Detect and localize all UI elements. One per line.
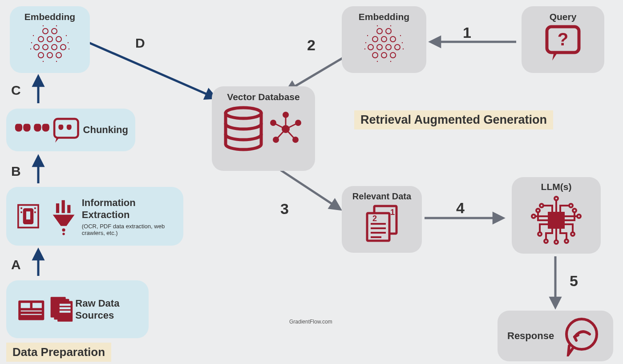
svg-point-77 — [390, 53, 396, 58]
svg-point-17 — [61, 44, 66, 50]
svg-point-79 — [365, 42, 366, 43]
svg-point-19 — [47, 53, 53, 58]
node-llms-label: LLM(s) — [541, 182, 572, 192]
chunking-icon — [13, 114, 83, 146]
step-label-D: D — [135, 36, 145, 51]
svg-point-76 — [381, 53, 387, 58]
svg-point-80 — [364, 49, 365, 49]
svg-text:2: 2 — [372, 214, 377, 223]
node-embedding-left: Embedding — [10, 6, 90, 73]
svg-text:1: 1 — [390, 208, 395, 217]
svg-rect-31 — [54, 119, 78, 138]
section-data-prep: Data Preparation — [6, 343, 111, 362]
svg-point-87 — [390, 61, 391, 62]
svg-point-85 — [390, 25, 391, 26]
node-response-label: Response — [507, 330, 554, 342]
node-embedding-left-label: Embedding — [24, 12, 75, 22]
svg-point-111 — [566, 319, 597, 349]
svg-point-54 — [226, 108, 261, 118]
section-rag: Retrieval Augmented Generation — [354, 110, 553, 129]
svg-point-103 — [538, 232, 542, 236]
step-label-B: B — [11, 164, 21, 179]
node-llms: LLM(s) — [512, 177, 601, 254]
node-response: Response — [498, 311, 613, 361]
svg-point-71 — [368, 44, 373, 50]
svg-point-23 — [30, 49, 31, 49]
step-label-C: C — [11, 83, 21, 98]
svg-rect-98 — [549, 213, 564, 228]
step-label-2: 2 — [307, 36, 316, 54]
svg-point-14 — [34, 44, 39, 50]
svg-rect-45 — [32, 303, 42, 309]
node-embedding-right: Embedding — [342, 6, 426, 73]
svg-point-42 — [62, 233, 65, 235]
relevant-data-icon: 1 2 — [357, 202, 406, 244]
embedding-icon — [360, 22, 409, 65]
svg-text:?: ? — [558, 29, 568, 49]
svg-point-110 — [573, 209, 576, 212]
chip-icon — [523, 192, 590, 248]
svg-line-3 — [89, 43, 215, 98]
node-relevant-data: Relevant Data 1 2 — [342, 186, 422, 253]
query-icon: ? — [541, 22, 585, 65]
svg-point-13 — [56, 36, 61, 42]
step-label-A: A — [11, 257, 21, 272]
node-vector-db-label: Vector Database — [227, 92, 299, 102]
svg-rect-38 — [56, 203, 59, 213]
svg-point-10 — [52, 28, 57, 34]
svg-rect-47 — [20, 313, 42, 315]
svg-point-15 — [43, 44, 48, 50]
svg-point-72 — [377, 44, 382, 50]
svg-line-64 — [276, 129, 286, 140]
node-chunking: Chunking — [6, 109, 135, 151]
svg-point-26 — [69, 49, 69, 49]
response-icon — [559, 315, 604, 356]
svg-line-63 — [286, 129, 295, 140]
svg-point-104 — [577, 214, 581, 218]
step-label-3: 3 — [280, 200, 289, 218]
node-raw-data-label: Raw Data Sources — [75, 297, 142, 322]
svg-point-86 — [377, 61, 378, 62]
svg-point-67 — [386, 28, 391, 34]
svg-point-25 — [68, 42, 69, 43]
svg-point-12 — [47, 36, 53, 42]
svg-point-78 — [367, 35, 368, 36]
svg-point-41 — [62, 228, 65, 231]
svg-point-74 — [395, 44, 400, 50]
svg-rect-52 — [60, 307, 71, 309]
svg-point-81 — [400, 35, 401, 36]
svg-point-102 — [532, 214, 535, 218]
svg-point-27 — [43, 25, 44, 26]
credit-label: GradientFlow.com — [289, 319, 332, 325]
svg-point-68 — [372, 36, 378, 42]
svg-rect-53 — [60, 311, 71, 313]
node-query: Query ? — [522, 6, 604, 73]
svg-point-108 — [565, 239, 568, 243]
svg-point-21 — [33, 35, 34, 36]
svg-rect-39 — [62, 200, 65, 213]
svg-point-73 — [386, 44, 391, 50]
node-query-label: Query — [550, 12, 577, 22]
svg-point-28 — [56, 25, 57, 26]
svg-rect-51 — [60, 304, 71, 306]
svg-point-83 — [403, 49, 404, 49]
step-label-4: 4 — [456, 199, 465, 217]
svg-point-24 — [66, 35, 67, 36]
vector-db-icon — [219, 102, 308, 160]
node-info-extract-sublabel: (OCR, PDF data extraction, web crawlers,… — [82, 223, 166, 236]
svg-point-100 — [540, 204, 543, 207]
svg-point-84 — [377, 25, 378, 26]
node-embedding-right-label: Embedding — [359, 12, 409, 22]
node-relevant-data-label: Relevant Data — [352, 191, 411, 202]
svg-rect-44 — [20, 303, 30, 309]
raw-data-icon — [13, 287, 75, 332]
step-label-1: 1 — [463, 24, 471, 41]
svg-rect-33 — [25, 210, 31, 220]
svg-point-30 — [56, 61, 57, 62]
node-info-extract: Information Extraction (OCR, PDF data ex… — [6, 187, 183, 246]
svg-point-22 — [31, 42, 32, 43]
info-extract-icon — [13, 194, 82, 239]
svg-point-101 — [569, 204, 573, 207]
svg-point-82 — [402, 42, 403, 43]
svg-point-9 — [43, 28, 48, 34]
